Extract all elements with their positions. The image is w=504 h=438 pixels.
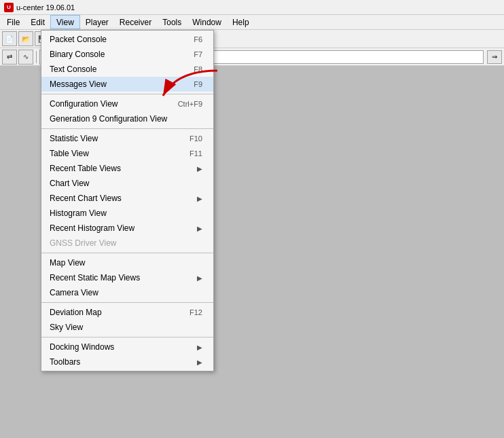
menu-chart-view[interactable]: Chart View xyxy=(41,176,213,191)
menu-statistic-view[interactable]: Statistic View F10 xyxy=(41,131,213,146)
menu-map-view[interactable]: Map View xyxy=(41,255,213,270)
dropdown-overlay: Packet Console F6 Binary Console F7 Text… xyxy=(0,30,504,438)
menu-recent-static-map-views[interactable]: Recent Static Map Views ▶ xyxy=(41,270,213,285)
view-dropdown-menu: Packet Console F6 Binary Console F7 Text… xyxy=(41,30,214,371)
menu-player[interactable]: Player xyxy=(80,15,114,29)
app-icon-letter: U xyxy=(7,4,11,10)
dd-sep-4 xyxy=(41,302,213,303)
menubar: File Edit View Player Receiver Tools Win… xyxy=(0,15,504,30)
menu-table-view[interactable]: Table View F11 xyxy=(41,146,213,161)
dd-sep-1 xyxy=(41,94,213,94)
menu-gen9-config[interactable]: Generation 9 Configuration View xyxy=(41,111,213,126)
menu-deviation-map[interactable]: Deviation Map F12 xyxy=(41,305,213,320)
app-icon: U xyxy=(4,3,14,12)
menu-help[interactable]: Help xyxy=(227,15,255,29)
menu-tools[interactable]: Tools xyxy=(157,15,187,29)
menu-recent-histogram-view[interactable]: Recent Histogram View ▶ xyxy=(41,221,213,236)
menu-histogram-view[interactable]: Histogram View xyxy=(41,206,213,221)
titlebar: U u-center 19.06.01 xyxy=(0,0,504,15)
app-title: u-center 19.06.01 xyxy=(16,3,75,12)
dd-sep-5 xyxy=(41,337,213,337)
menu-configuration-view[interactable]: Configuration View Ctrl+F9 xyxy=(41,96,213,111)
menu-toolbars[interactable]: Toolbars ▶ xyxy=(41,354,213,369)
menu-window[interactable]: Window xyxy=(187,15,227,29)
menu-file[interactable]: File xyxy=(1,15,25,29)
menu-sky-view[interactable]: Sky View xyxy=(41,320,213,335)
menu-receiver[interactable]: Receiver xyxy=(114,15,157,29)
dd-sep-2 xyxy=(41,128,213,129)
menu-edit[interactable]: Edit xyxy=(25,15,50,29)
menu-text-console[interactable]: Text Console F8 xyxy=(41,62,213,77)
menu-recent-table-views[interactable]: Recent Table Views ▶ xyxy=(41,161,213,176)
menu-docking-windows[interactable]: Docking Windows ▶ xyxy=(41,340,213,354)
dd-sep-3 xyxy=(41,253,213,253)
menu-view[interactable]: View xyxy=(50,15,80,29)
menu-packet-console[interactable]: Packet Console F6 xyxy=(41,32,213,47)
menu-binary-console[interactable]: Binary Console F7 xyxy=(41,47,213,62)
menu-recent-chart-views[interactable]: Recent Chart Views ▶ xyxy=(41,191,213,206)
menu-gnss-driver-view: GNSS Driver View xyxy=(41,236,213,251)
menu-messages-view[interactable]: Messages View F9 xyxy=(41,77,213,92)
menu-camera-view[interactable]: Camera View xyxy=(41,285,213,300)
